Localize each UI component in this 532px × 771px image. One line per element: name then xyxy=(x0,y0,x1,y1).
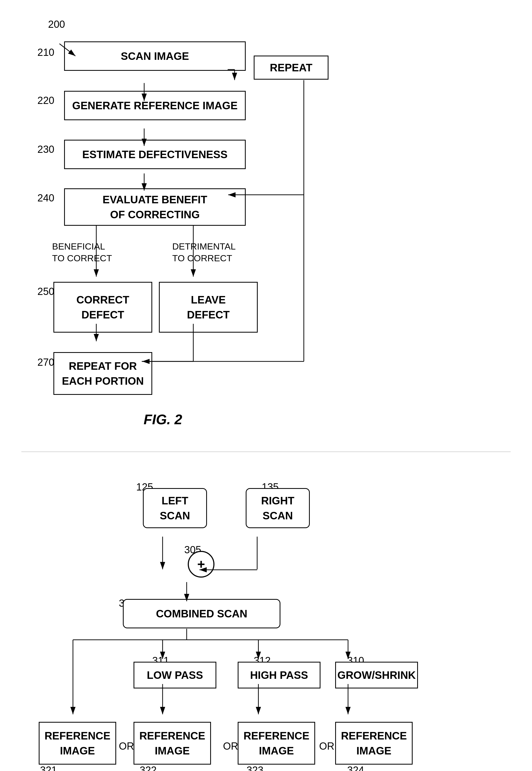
beneficial-label: BENEFICIAL TO CORRECT xyxy=(52,240,112,264)
label-270: 270 xyxy=(37,357,54,368)
grow-shrink-box: GROW/SHRINK xyxy=(335,662,418,688)
correct-defect-label: CORRECT DEFECT xyxy=(76,292,129,322)
fig2-caption: FIG. 2 xyxy=(43,411,283,427)
label-250: 250 xyxy=(37,286,54,297)
repeat-each-box: REPEAT FOR EACH PORTION xyxy=(53,352,152,395)
repeat-each-label: REPEAT FOR EACH PORTION xyxy=(62,359,144,388)
ref-image-3-box: REFERENCE IMAGE xyxy=(238,722,315,765)
label-323: 323 xyxy=(247,765,263,771)
low-pass-label: LOW PASS xyxy=(147,669,203,681)
grow-shrink-label: GROW/SHRINK xyxy=(337,669,416,681)
scan-image-label: SCAN IMAGE xyxy=(121,50,189,62)
evaluate-benefit-box: EVALUATE BENEFIT OF CORRECTING xyxy=(64,188,246,226)
correct-defect-box: CORRECT DEFECT xyxy=(53,282,152,333)
label-322: 322 xyxy=(140,765,157,771)
low-pass-box: LOW PASS xyxy=(134,662,216,688)
ref-image-2-label: REFERENCE IMAGE xyxy=(139,728,205,758)
high-pass-label: HIGH PASS xyxy=(250,669,308,681)
or-label-2: OR xyxy=(223,741,238,752)
repeat-label: REPEAT xyxy=(270,62,312,74)
ref-image-4-label: REFERENCE IMAGE xyxy=(341,728,407,758)
page: 200 210 SCAN IMAGE 215 REPEAT 220 GENERA… xyxy=(0,0,532,771)
leave-defect-label: LEAVE DEFECT xyxy=(187,292,230,322)
combined-scan-label: COMBINED SCAN xyxy=(156,608,247,620)
fig2-diagram: 200 210 SCAN IMAGE 215 REPEAT 220 GENERA… xyxy=(21,16,511,430)
repeat-box: REPEAT xyxy=(254,56,328,80)
ref-image-4-box: REFERENCE IMAGE xyxy=(335,722,413,765)
scan-image-box: SCAN IMAGE xyxy=(64,41,246,71)
right-scan-label: RIGHT SCAN xyxy=(261,493,294,523)
label-240: 240 xyxy=(37,192,54,204)
left-scan-label: LEFT SCAN xyxy=(160,493,190,523)
high-pass-box: HIGH PASS xyxy=(238,662,320,688)
label-230: 230 xyxy=(37,144,54,155)
detrimental-label: DETRIMENTAL TO CORRECT xyxy=(172,240,236,264)
estimate-defect-box: ESTIMATE DEFECTIVENESS xyxy=(64,140,246,169)
label-324: 324 xyxy=(347,765,364,771)
ref-image-1-box: REFERENCE IMAGE xyxy=(39,722,116,765)
right-scan-box: RIGHT SCAN xyxy=(246,488,310,528)
or-label-1: OR xyxy=(119,741,134,752)
label-220: 220 xyxy=(37,95,54,106)
label-321: 321 xyxy=(40,765,57,771)
fig3-diagram: 125 LEFT SCAN 135 RIGHT SCAN 305 + 307 C… xyxy=(21,463,511,771)
combined-scan-box: COMBINED SCAN xyxy=(123,599,280,628)
leave-defect-box: LEAVE DEFECT xyxy=(159,282,258,333)
generate-ref-label: GENERATE REFERENCE IMAGE xyxy=(72,100,237,112)
or-label-3: OR xyxy=(319,741,334,752)
evaluate-benefit-label: EVALUATE BENEFIT OF CORRECTING xyxy=(103,192,207,222)
ref-image-1-label: REFERENCE IMAGE xyxy=(45,728,111,758)
label-210: 210 xyxy=(37,47,54,58)
section-divider xyxy=(21,451,511,452)
left-scan-box: LEFT SCAN xyxy=(143,488,207,528)
generate-ref-box: GENERATE REFERENCE IMAGE xyxy=(64,91,246,120)
plus-circle: + xyxy=(188,551,214,578)
ref-image-3-label: REFERENCE IMAGE xyxy=(244,728,310,758)
diagram-number-200: 200 xyxy=(48,19,65,30)
estimate-defect-label: ESTIMATE DEFECTIVENESS xyxy=(82,149,228,161)
fig2-label-text: FIG. 2 xyxy=(144,412,182,427)
ref-image-2-box: REFERENCE IMAGE xyxy=(134,722,211,765)
